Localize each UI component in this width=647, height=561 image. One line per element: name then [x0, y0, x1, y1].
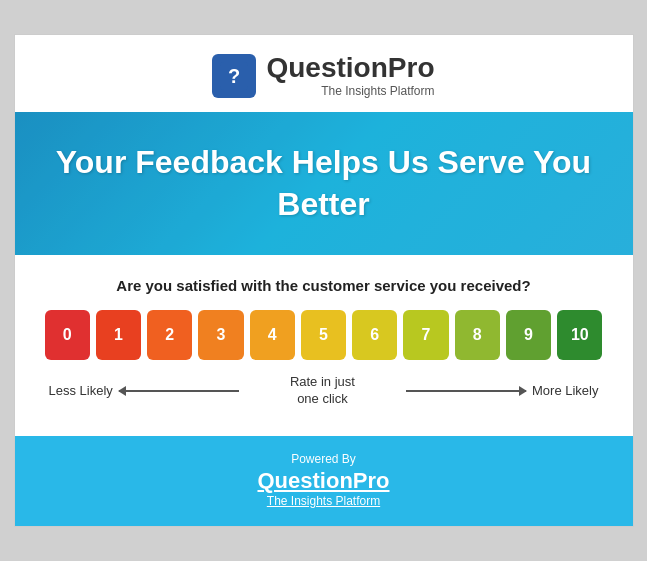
arrow-left-icon — [119, 390, 239, 392]
logo-title: QuestionPro — [266, 53, 434, 84]
svg-text:?: ? — [228, 65, 240, 87]
rating-btn-1[interactable]: 1 — [96, 310, 141, 360]
arrow-right-icon — [406, 390, 526, 392]
rating-btn-9[interactable]: 9 — [506, 310, 551, 360]
rating-btn-3[interactable]: 3 — [198, 310, 243, 360]
logo-row: ? QuestionPro The Insights Platform — [212, 53, 434, 98]
rating-btn-4[interactable]: 4 — [250, 310, 295, 360]
rating-btn-2[interactable]: 2 — [147, 310, 192, 360]
label-center: Rate in just one click — [290, 374, 355, 408]
labels-row: Less Likely Rate in just one click More … — [45, 374, 603, 408]
banner-text: Your Feedback Helps Us Serve You Better — [35, 142, 613, 225]
logo-title-part1: Question — [266, 52, 387, 83]
rating-btn-6[interactable]: 6 — [352, 310, 397, 360]
rating-btn-5[interactable]: 5 — [301, 310, 346, 360]
banner: Your Feedback Helps Us Serve You Better — [15, 112, 633, 255]
rating-btn-10[interactable]: 10 — [557, 310, 602, 360]
survey-section: Are you satisfied with the customer serv… — [15, 255, 633, 436]
powered-by-label: Powered By — [25, 452, 623, 466]
label-left-text: Less Likely — [49, 383, 113, 398]
footer-tagline: The Insights Platform — [25, 494, 623, 508]
label-right-text: More Likely — [532, 383, 598, 398]
logo-subtitle: The Insights Platform — [266, 84, 434, 98]
logo-section: ? QuestionPro The Insights Platform — [15, 35, 633, 112]
rating-btn-7[interactable]: 7 — [403, 310, 448, 360]
label-right: More Likely — [406, 383, 598, 398]
page-container: ? QuestionPro The Insights Platform Your… — [14, 34, 634, 527]
rating-btn-0[interactable]: 0 — [45, 310, 90, 360]
footer-brand-name[interactable]: QuestionPro — [25, 468, 623, 494]
survey-question: Are you satisfied with the customer serv… — [45, 277, 603, 294]
label-left: Less Likely — [49, 383, 239, 398]
logo-text-block: QuestionPro The Insights Platform — [266, 53, 434, 98]
footer-section: Powered By QuestionPro The Insights Plat… — [15, 436, 633, 526]
rating-btn-8[interactable]: 8 — [455, 310, 500, 360]
rating-row: 012345678910 — [45, 310, 603, 360]
logo-title-part2: Pro — [388, 52, 435, 83]
logo-icon: ? — [212, 54, 256, 98]
